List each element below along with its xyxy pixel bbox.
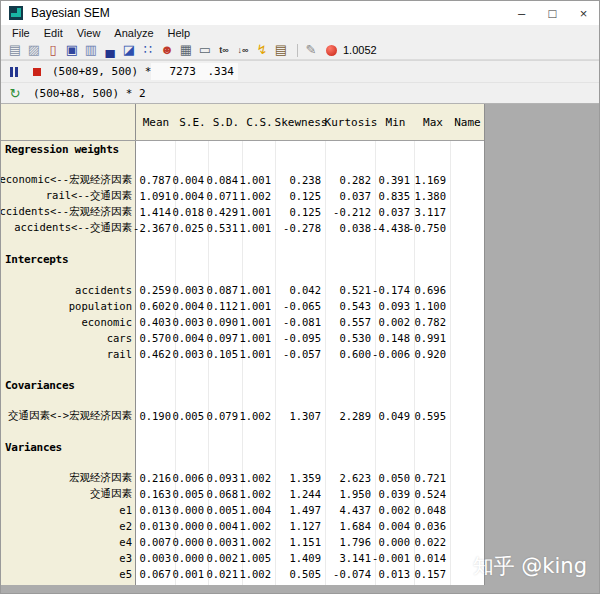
cell-skewness: -0.095	[276, 330, 326, 346]
cell-kurtosis: 2.623	[326, 470, 376, 486]
cell-skewness: 1.244	[276, 486, 326, 502]
table-row[interactable]: rail<--交通因素1.0910.0040.0711.0020.1250.03…	[1, 188, 484, 204]
cell-min	[376, 456, 415, 470]
cell-skewness	[276, 251, 326, 268]
cell-max: 0.991	[415, 330, 451, 346]
cell-max	[415, 424, 451, 439]
refresh-icon[interactable]: ↻	[8, 86, 22, 101]
menu-item-file[interactable]: File	[5, 27, 37, 39]
cell-name	[451, 268, 484, 282]
cell-name	[451, 377, 484, 394]
cell-max: 3.117	[415, 204, 451, 220]
table-body: Regression weightseconomic<--宏观经济因素0.787…	[1, 141, 484, 585]
cell-se	[176, 424, 209, 439]
cell-sd	[209, 251, 243, 268]
table-row[interactable]: 交通因素<->宏观经济因素0.1900.0050.0791.0021.3072.…	[1, 408, 484, 424]
cell-se: 0.004	[176, 330, 209, 346]
cell-kurtosis: 1.950	[326, 486, 376, 502]
table-row[interactable]: economic<--宏观经济因素0.7870.0040.0841.0010.2…	[1, 172, 484, 188]
clipboard-icon[interactable]: ▨	[26, 42, 42, 58]
table-row[interactable]: e10.0130.0000.0051.0041.4974.4370.0020.0…	[1, 502, 484, 518]
table-row[interactable]: economic0.4030.0030.0901.001-0.0810.5570…	[1, 314, 484, 330]
cell-cs: 1.002	[243, 408, 276, 424]
app-icon	[9, 6, 23, 20]
cell-cs	[243, 236, 276, 251]
close-button[interactable]: ×	[568, 1, 599, 25]
cell-kurtosis: 0.543	[326, 298, 376, 314]
column-header-mean: Mean	[136, 104, 176, 140]
cell-name	[451, 204, 484, 220]
cell-cs	[243, 141, 276, 158]
cell-sd: 0.079	[209, 408, 243, 424]
cell-skewness	[276, 582, 326, 585]
cell-mean: 0.602	[136, 298, 176, 314]
cell-kurtosis: 0.600	[326, 346, 376, 362]
pause-button[interactable]	[10, 67, 24, 77]
copy-icon[interactable]: ▥	[83, 42, 99, 58]
cell-skewness: -0.278	[276, 220, 326, 236]
cell-kurtosis: -0.212	[326, 204, 376, 220]
menu-item-view[interactable]: View	[70, 27, 108, 39]
cell-skewness	[276, 362, 326, 377]
stop-button[interactable]	[33, 68, 41, 76]
cell-kurtosis: 1.796	[326, 534, 376, 550]
table-row[interactable]: accidents0.2590.0030.0871.0010.0420.521-…	[1, 282, 484, 298]
polygon-chart-icon[interactable]: ▄	[102, 42, 118, 58]
table-row[interactable]: e50.0670.0010.0211.0020.505-0.0740.0130.…	[1, 566, 484, 582]
cell-se: 0.005	[176, 486, 209, 502]
first-moments-icon[interactable]: t∞	[216, 42, 232, 58]
menu-item-help[interactable]: Help	[161, 27, 198, 39]
cell-sd: 0.005	[209, 502, 243, 518]
table-row[interactable]: e40.0070.0000.0031.0021.1511.7960.0000.0…	[1, 534, 484, 550]
cell-min: 0.049	[376, 408, 415, 424]
row-label	[1, 362, 136, 377]
wrench-icon[interactable]: ✎	[303, 42, 319, 58]
textbox-icon[interactable]: ▭	[197, 42, 213, 58]
row-label	[1, 394, 136, 408]
table-row[interactable]: accidents<--宏观经济因素1.4140.0180.4291.0010.…	[1, 204, 484, 220]
scatterplot-icon[interactable]: ∷	[140, 42, 156, 58]
mcmc-status-row-2: ↻ (500+88, 500) * 2	[1, 82, 599, 104]
cell-max: 1.380	[415, 188, 451, 204]
cell-max: -0.750	[415, 220, 451, 236]
table-row[interactable]: population0.6020.0040.1121.001-0.0650.54…	[1, 298, 484, 314]
menu-item-edit[interactable]: Edit	[37, 27, 70, 39]
cell-se	[176, 456, 209, 470]
cell-se: 0.025	[176, 220, 209, 236]
cell-mean: 0.003	[136, 550, 176, 566]
cell-skewness	[276, 439, 326, 456]
cell-max	[415, 251, 451, 268]
pages-icon[interactable]: ▤	[273, 42, 289, 58]
minimize-button[interactable]: –	[506, 1, 537, 25]
cell-mean: 0.013	[136, 518, 176, 534]
table-spacer-row	[1, 236, 484, 251]
second-moments-icon[interactable]: ↓∞	[235, 42, 251, 58]
histogram-icon[interactable]: ◪	[121, 42, 137, 58]
menu-item-analyze[interactable]: Analyze	[107, 27, 160, 39]
row-label	[1, 268, 136, 282]
document-icon[interactable]: ▯	[45, 42, 61, 58]
print-icon[interactable]: ▤	[7, 42, 23, 58]
cell-min: 0.004	[376, 518, 415, 534]
smiley-icon[interactable]: ☻	[159, 42, 175, 58]
table-icon[interactable]: ▦	[178, 42, 194, 58]
cell-skewness	[276, 377, 326, 394]
table-row[interactable]: rail0.4620.0030.1051.001-0.0570.600-0.00…	[1, 346, 484, 362]
toolbar: ▤▨▯▣▥▄◪∷☻▦▭t∞↓∞↯▤✎ 1.0052	[1, 41, 599, 60]
table-row[interactable]: accidents<--交通因素-2.3670.0250.5311.001-0.…	[1, 220, 484, 236]
cell-name	[451, 486, 484, 502]
lightning-icon[interactable]: ↯	[254, 42, 270, 58]
cell-sd	[209, 236, 243, 251]
table-row[interactable]: e30.0030.0000.0021.0051.4093.141-0.0010.…	[1, 550, 484, 566]
cell-cs: 1.002	[243, 486, 276, 502]
table-row[interactable]: e20.0130.0000.0041.0021.1271.6840.0040.0…	[1, 518, 484, 534]
table-row[interactable]: 交通因素0.1630.0050.0681.0021.2441.9500.0390…	[1, 486, 484, 502]
save-icon[interactable]: ▣	[64, 42, 80, 58]
table-row[interactable]: 宏观经济因素0.2160.0060.0931.0021.3592.6230.05…	[1, 470, 484, 486]
table-row[interactable]: cars0.5700.0040.0971.001-0.0950.5300.148…	[1, 330, 484, 346]
separator	[297, 44, 298, 57]
cell-name	[451, 502, 484, 518]
cell-sd	[209, 424, 243, 439]
cell-sd	[209, 456, 243, 470]
maximize-button[interactable]: □	[537, 1, 568, 25]
